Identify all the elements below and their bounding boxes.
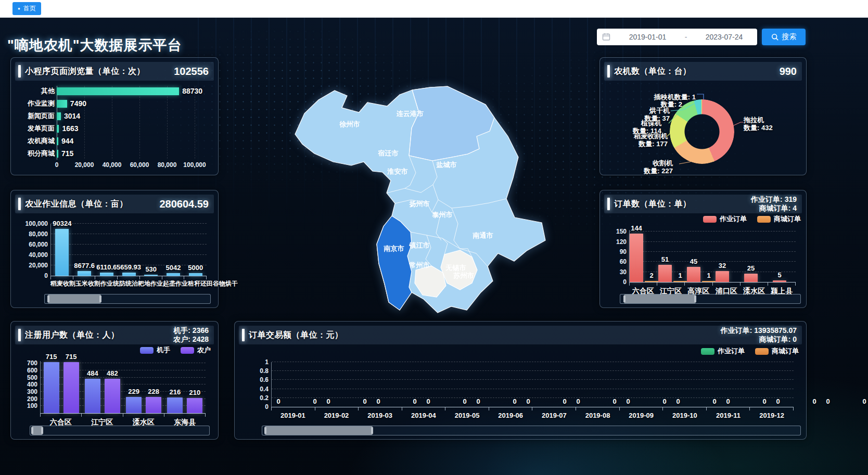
pageviews-chart[interactable]: 其他88730作业监测7490新闻页面3014发单页面1663农机商城944积分… <box>16 85 212 172</box>
data-zoom-handle[interactable] <box>265 426 373 435</box>
value-label: 5000 <box>188 264 203 272</box>
data-zoom-slider[interactable] <box>620 294 801 304</box>
bar[interactable] <box>187 398 202 413</box>
legend-item[interactable]: 农户 <box>181 345 211 355</box>
bar[interactable] <box>44 362 59 413</box>
data-zoom-handle[interactable] <box>48 294 101 303</box>
data-zoom-slider[interactable] <box>44 294 211 304</box>
bar-row: 发单页面1663 <box>16 122 212 135</box>
legend-label: 作业订单 <box>720 214 747 224</box>
revenue-chart[interactable]: 作业订单商城订单10.80.60.40.20000000000000000000… <box>242 346 799 423</box>
bar[interactable] <box>773 280 786 282</box>
bar-wrap: 5 <box>773 230 786 282</box>
value-label: 5042 <box>165 264 181 272</box>
bar[interactable] <box>85 379 100 413</box>
province-map[interactable]: 徐州市连云港市宿迁市淮安市盐城市扬州市泰州市南通市南京市镇江市常州市无锡市苏州市 <box>224 42 604 323</box>
x-ticks <box>40 414 206 417</box>
y-tick-label: 700 <box>27 360 41 367</box>
donut-label: 拖拉机数量: 432 <box>744 116 773 132</box>
bar[interactable] <box>167 397 183 413</box>
bar[interactable] <box>63 362 79 413</box>
bar-wrap: 0 <box>471 362 485 407</box>
tick <box>768 283 796 286</box>
orders-chart[interactable]: 作业订单商城订单1501209060300144251145132255六合区江… <box>605 214 801 292</box>
bar-wrap: 0 <box>608 362 621 407</box>
map-city-label: 扬州市 <box>409 200 430 208</box>
bar[interactable] <box>100 273 113 276</box>
bar[interactable] <box>658 265 672 282</box>
legend-chip <box>755 348 769 355</box>
value-label: 3014 <box>64 112 80 120</box>
value-label: 229 <box>128 388 139 395</box>
bar-cell: 6110.6 <box>95 224 118 276</box>
bar-wrap: 0 <box>658 362 671 407</box>
legend-item[interactable]: 作业订单 <box>701 346 745 356</box>
tick <box>657 283 685 286</box>
data-zoom-handle[interactable] <box>624 294 696 303</box>
bar-group: 5 <box>773 230 801 282</box>
bar[interactable] <box>189 273 202 276</box>
date-range-picker[interactable]: 2019-01-01 - 2023-07-24 <box>597 29 757 45</box>
y-tick-label: 30 <box>620 268 630 276</box>
bar[interactable] <box>744 274 758 282</box>
bar[interactable] <box>673 281 687 282</box>
bar[interactable] <box>167 273 180 276</box>
bar-wrap: 228 <box>146 361 161 413</box>
bar[interactable] <box>687 267 700 282</box>
users-chart[interactable]: 机手农户700600500400300200100715715484482229… <box>16 345 211 423</box>
tick <box>271 407 315 410</box>
bar[interactable] <box>105 379 120 413</box>
bar[interactable] <box>144 275 158 276</box>
legend-item[interactable]: 机手 <box>140 345 170 355</box>
panel-orders: 订单数（单位：单） 作业订单: 319 商城订单: 4 作业订单商城订单1501… <box>599 190 807 308</box>
bar[interactable] <box>716 271 729 282</box>
panel-farmwork: 农业作业信息（单位：亩） 280604.59 100,00080,00060,0… <box>10 190 219 308</box>
bar[interactable] <box>55 229 69 276</box>
bar[interactable] <box>57 100 67 108</box>
cells: 144251145132255 <box>630 230 796 282</box>
y-tick-label: 0.4 <box>260 386 272 393</box>
bar-wrap: 1 <box>702 230 716 282</box>
value-label: 0 <box>463 397 466 405</box>
legend-item[interactable]: 作业订单 <box>703 214 747 224</box>
dashboard-stage: "嘀地农机"大数据展示平台 2019-01-01 - 2023-07-24 搜索… <box>0 17 868 475</box>
legend-item[interactable]: 商城订单 <box>757 214 801 224</box>
legend-label: 机手 <box>157 345 170 355</box>
bar[interactable] <box>630 234 643 282</box>
map-city-label: 盐城市 <box>436 161 457 169</box>
search-button[interactable]: 搜索 <box>762 29 806 45</box>
date-end-value[interactable]: 2023-07-24 <box>691 33 757 41</box>
total-line: 作业订单: 13935875.07 <box>721 326 797 335</box>
bar[interactable] <box>57 150 58 158</box>
data-zoom-slider[interactable] <box>30 426 210 435</box>
data-zoom-handle[interactable] <box>32 426 43 435</box>
bar[interactable] <box>57 137 58 145</box>
bar[interactable] <box>122 273 136 276</box>
date-start-value[interactable]: 2019-01-01 <box>615 33 681 41</box>
bar[interactable] <box>126 397 142 413</box>
value-label: 715 <box>61 149 73 158</box>
total-line: 商城订单: 4 <box>751 204 797 213</box>
bar[interactable] <box>146 397 161 413</box>
category-label: 2019-09 <box>619 412 663 419</box>
legend-item[interactable]: 商城订单 <box>755 346 799 356</box>
machines-donut-chart[interactable]: 拖拉机数量: 432收割机数量: 227稻麦收割机数量: 177植保机数量: 1… <box>600 78 806 175</box>
bar[interactable] <box>57 87 179 95</box>
farmwork-chart[interactable]: 100,00080,00060,00040,00020,000090324867… <box>16 215 213 291</box>
value-label: 0 <box>276 397 280 405</box>
y-tick-label: 100 <box>27 402 41 409</box>
plot-area: 1501209060300144251145132255 <box>629 230 796 283</box>
bar[interactable] <box>57 125 59 133</box>
bar[interactable] <box>57 112 61 120</box>
data-zoom-slider[interactable] <box>262 426 801 435</box>
bar[interactable] <box>78 271 91 276</box>
value-label: 90324 <box>53 220 71 227</box>
value-label: 0 <box>413 397 416 405</box>
bar[interactable] <box>702 281 716 282</box>
bar-wrap: 25 <box>744 230 758 282</box>
bar[interactable] <box>645 281 658 282</box>
map-region-nanjing[interactable] <box>377 216 412 310</box>
x-tick-label: 80,000 <box>158 161 177 169</box>
tab-home[interactable]: ● 首页 <box>12 2 41 15</box>
legend-chip <box>757 216 771 223</box>
